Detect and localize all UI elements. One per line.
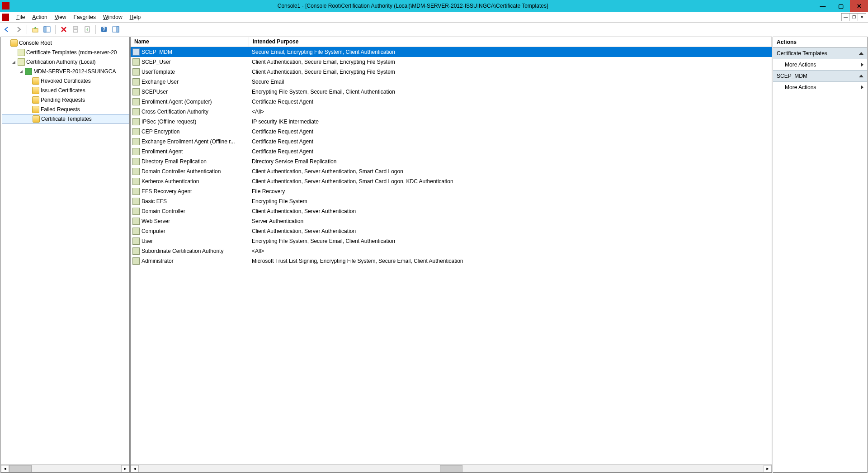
list-row[interactable]: SCEP_MDMSecure Email, Encrypting File Sy… (131, 47, 772, 57)
cell-purpose: Server Authentication (249, 218, 772, 224)
list-row[interactable]: Enrollment Agent (Computer)Certificate R… (131, 97, 772, 107)
scroll-left-icon[interactable]: ◄ (131, 465, 139, 472)
list-pane: Name Intended Purpose SCEP_MDMSecure Ema… (130, 37, 772, 473)
help-button[interactable]: ? (99, 24, 109, 34)
list-row[interactable]: CEP EncryptionCertificate Request Agent (131, 127, 772, 137)
show-hide-tree-button[interactable] (42, 24, 52, 34)
tree-cert-templates-snapin[interactable]: Certificate Templates (mdm-server-20 (2, 48, 129, 57)
actions-link-label: More Actions (785, 62, 816, 68)
tree-certificate-templates[interactable]: Certificate Templates (2, 114, 129, 124)
collapse-icon[interactable]: ◢ (18, 69, 24, 74)
list-row[interactable]: Kerberos AuthenticationClient Authentica… (131, 176, 772, 186)
list-row[interactable]: EFS Recovery AgentFile Recovery (131, 186, 772, 196)
cell-purpose: Microsoft Trust List Signing, Encrypting… (249, 258, 772, 264)
menu-help[interactable]: Help (126, 12, 145, 23)
tree-pending-requests[interactable]: Pending Requests (2, 95, 129, 104)
list-row[interactable]: Subordinate Certification Authority<All> (131, 246, 772, 256)
list-row[interactable]: SCEP_UserClient Authentication, Secure E… (131, 57, 772, 67)
actions-section-label: SCEP_MDM (777, 73, 807, 79)
actions-section-templates[interactable]: Certificate Templates (773, 48, 867, 59)
show-hide-action-pane-button[interactable] (111, 24, 121, 34)
cell-name: Kerberos Authentication (142, 178, 199, 185)
list-row[interactable]: UserTemplateClient Authentication, Secur… (131, 67, 772, 77)
list-row[interactable]: Cross Certification Authority<All> (131, 107, 772, 117)
scroll-thumb[interactable] (9, 465, 32, 472)
collapse-icon[interactable]: ◢ (11, 60, 16, 64)
cell-name: SCEP_User (142, 59, 171, 65)
menu-view[interactable]: View (51, 12, 70, 23)
tree-failed-requests[interactable]: Failed Requests (2, 104, 129, 114)
mdi-restore-button[interactable]: ❐ (849, 14, 858, 21)
cell-purpose: Certificate Request Agent (249, 99, 772, 105)
list-row[interactable]: Domain ControllerClient Authentication, … (131, 206, 772, 216)
mdi-close-button[interactable]: ✕ (858, 14, 866, 21)
list-row[interactable]: Exchange UserSecure Email (131, 77, 772, 87)
col-header-purpose[interactable]: Intended Purpose (249, 37, 772, 47)
list-row[interactable]: Basic EFSEncrypting File System (131, 196, 772, 206)
actions-section-selected[interactable]: SCEP_MDM (773, 70, 867, 82)
cell-name: Enrollment Agent (Computer) (142, 99, 212, 105)
template-icon (132, 88, 140, 95)
list-row[interactable]: Directory Email ReplicationDirectory Ser… (131, 157, 772, 166)
toolbar-separator (55, 25, 56, 34)
template-icon (132, 78, 140, 86)
template-icon (132, 168, 140, 175)
maximize-button[interactable]: ▢ (832, 0, 850, 12)
scroll-right-icon[interactable]: ► (764, 465, 772, 472)
list-row[interactable]: Exchange Enrollment Agent (Offline r...C… (131, 137, 772, 147)
properties-button[interactable] (71, 24, 80, 34)
tree-ca-local[interactable]: ◢Certification Authority (Local) (2, 57, 129, 66)
svg-rect-0 (33, 28, 38, 32)
close-button[interactable]: ✕ (850, 0, 868, 12)
cell-name: EFS Recovery Agent (142, 188, 192, 195)
mdi-minimize-button[interactable]: — (841, 14, 849, 21)
actions-more-selected[interactable]: More Actions (773, 82, 867, 93)
template-icon (132, 58, 140, 66)
tree-issued-certs[interactable]: Issued Certificates (2, 86, 129, 95)
tree-revoked-certs[interactable]: Revoked Certificates (2, 76, 129, 86)
list-row[interactable]: Domain Controller AuthenticationClient A… (131, 166, 772, 176)
cell-purpose: Client Authentication, Server Authentica… (249, 228, 772, 234)
actions-more-templates[interactable]: More Actions (773, 59, 867, 70)
menu-action[interactable]: Action (28, 12, 51, 23)
tree-label: Revoked Certificates (41, 78, 91, 84)
tree-label: Console Root (19, 40, 52, 46)
scroll-thumb[interactable] (440, 465, 462, 472)
export-button[interactable] (82, 24, 92, 34)
list-row[interactable]: Enrollment AgentCertificate Request Agen… (131, 147, 772, 157)
menu-window[interactable]: Window (99, 12, 126, 23)
forward-button[interactable] (14, 24, 24, 34)
cell-name: SCEPUser (142, 89, 168, 95)
list-row[interactable]: ComputerClient Authentication, Server Au… (131, 226, 772, 236)
list-row[interactable]: UserEncrypting File System, Secure Email… (131, 236, 772, 246)
cell-purpose: Client Authentication, Server Authentica… (249, 168, 772, 175)
minimize-button[interactable]: — (814, 0, 832, 12)
menu-favorites[interactable]: Favorites (70, 12, 99, 23)
template-icon (132, 247, 140, 255)
list-row[interactable]: AdministratorMicrosoft Trust List Signin… (131, 256, 772, 266)
cell-name: Domain Controller (142, 208, 185, 214)
col-header-name[interactable]: Name (131, 37, 249, 47)
delete-button[interactable] (59, 24, 69, 34)
list-row[interactable]: Web ServerServer Authentication (131, 216, 772, 226)
titlebar: Console1 - [Console Root\Certification A… (0, 0, 868, 12)
list-row[interactable]: IPSec (Offline request)IP security IKE i… (131, 117, 772, 127)
menu-file[interactable]: File (13, 12, 28, 23)
template-icon (132, 118, 140, 125)
list-row[interactable]: SCEPUserEncrypting File System, Secure E… (131, 87, 772, 97)
tree-console-root[interactable]: Console Root (2, 38, 129, 48)
scroll-left-icon[interactable]: ◄ (1, 465, 9, 472)
scroll-right-icon[interactable]: ► (121, 465, 129, 472)
cell-purpose: Certificate Request Agent (249, 128, 772, 135)
cell-purpose: Encrypting File System, Secure Email, Cl… (249, 238, 772, 244)
tree-ca-server[interactable]: ◢MDM-SERVER-2012-ISSUINGCA (2, 66, 129, 76)
cell-name: Enrollment Agent (142, 148, 183, 155)
up-level-button[interactable] (30, 24, 40, 34)
back-button[interactable] (2, 24, 12, 34)
list-h-scrollbar[interactable]: ◄ ► (131, 464, 772, 472)
mdi-window-controls: — ❐ ✕ (841, 13, 866, 21)
tree-h-scrollbar[interactable]: ◄ ► (1, 464, 129, 472)
template-icon (132, 257, 140, 265)
list-header: Name Intended Purpose (131, 37, 772, 47)
folder-icon (33, 115, 40, 123)
